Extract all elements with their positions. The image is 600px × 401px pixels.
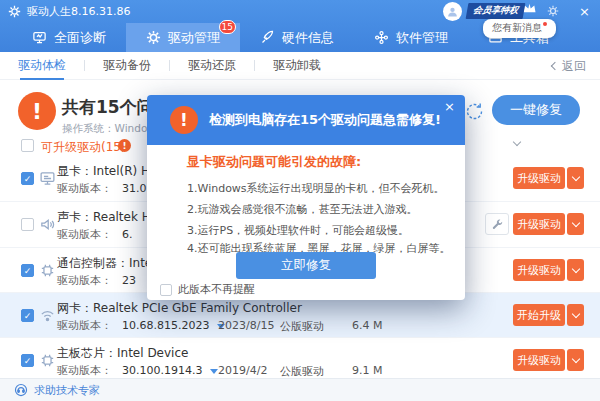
tab-driver-management[interactable]: 驱动管理 15 — [126, 23, 240, 52]
divider — [254, 60, 255, 71]
upgrade-options-dropdown[interactable] — [567, 213, 584, 235]
subnav-driver-check[interactable]: 驱动体检 — [18, 52, 66, 80]
tab-hardware-info[interactable]: 硬件信息 — [240, 23, 354, 52]
tab-label: 全面诊断 — [54, 29, 106, 47]
section-collapse-chevron-icon[interactable] — [513, 138, 521, 146]
gear-icon — [146, 30, 161, 45]
summary-os-line: 操作系统：Window — [62, 122, 156, 136]
dialog-header: ! 检测到电脑存在15个驱动问题急需修复! × — [147, 95, 465, 145]
row-checkbox[interactable]: ✓ — [21, 354, 34, 367]
chevron-left-icon — [551, 62, 559, 70]
settings-gear-icon[interactable] — [547, 5, 559, 17]
upgrade-options-dropdown[interactable] — [567, 259, 584, 281]
upgrade-driver-button[interactable]: 升级驱动 — [513, 349, 565, 371]
notification-dot — [543, 22, 547, 26]
driver-kind: 公版驱动 — [280, 319, 324, 334]
driver-date: 2019/4/2 — [218, 364, 267, 377]
rocket-icon — [260, 30, 275, 45]
section-label: 可升级驱动(15) — [41, 139, 126, 156]
chip-icon — [39, 352, 56, 369]
headset-icon — [14, 383, 28, 397]
monitor-icon — [32, 30, 47, 45]
repair-wrench-button[interactable] — [485, 213, 509, 235]
app-logo-gear-icon — [8, 5, 21, 18]
start-upgrade-button[interactable]: 开始升级 — [513, 304, 565, 326]
dialog-line: 2.玩游戏会感觉很不流畅，甚至无法进入游戏。 — [187, 202, 418, 217]
dont-remind-label: 此版本不再提醒 — [178, 282, 255, 297]
subnav: 驱动体检 驱动备份 驱动还原 驱动卸载 返回 — [0, 52, 600, 80]
display-icon — [39, 170, 56, 187]
driver-size: 6.4 M — [352, 319, 382, 332]
row-checkbox[interactable]: ✓ — [21, 264, 34, 277]
upgrade-options-dropdown[interactable] — [567, 349, 584, 371]
row-checkbox[interactable] — [21, 218, 34, 231]
driver-row-chipset[interactable]: ✓ 主板芯片：Intel Device 驱动版本：30.100.1914.3 2… — [0, 338, 600, 380]
upgrade-driver-button[interactable]: 升级驱动 — [513, 213, 565, 235]
dialog-line: 1.Windows系统运行出现明显的卡机，但不会死机。 — [187, 181, 445, 196]
dont-remind-checkbox[interactable] — [160, 284, 172, 296]
footer: 求助技术专家 — [0, 378, 600, 401]
dont-remind-row[interactable]: 此版本不再提醒 — [160, 282, 255, 297]
speaker-icon — [39, 216, 56, 233]
new-message-tooltip[interactable]: 您有新消息 — [483, 19, 556, 38]
chevron-down-icon — [571, 218, 579, 226]
repair-now-button[interactable]: 立即修复 — [236, 252, 376, 279]
dialog-warning-icon: ! — [170, 106, 198, 134]
dialog-close-button[interactable]: × — [444, 99, 455, 114]
upgrade-driver-button[interactable]: 升级驱动 — [513, 259, 565, 281]
chip-icon — [39, 262, 56, 279]
chevron-down-icon — [571, 172, 579, 180]
network-icon — [39, 307, 56, 324]
chevron-down-icon — [571, 309, 579, 317]
subnav-driver-restore[interactable]: 驱动还原 — [188, 52, 236, 80]
driver-date: 2023/8/15 — [218, 319, 274, 332]
apps-icon — [374, 30, 389, 45]
divider — [84, 60, 85, 71]
chevron-down-icon — [571, 264, 579, 272]
subnav-driver-uninstall[interactable]: 驱动卸载 — [273, 52, 321, 80]
one-click-repair-button[interactable]: 一键修复 — [492, 95, 580, 125]
row-checkbox[interactable]: ✓ — [21, 309, 34, 322]
upgrade-options-dropdown[interactable] — [567, 167, 584, 189]
tab-full-diagnosis[interactable]: 全面诊断 — [12, 23, 126, 52]
section-checkbox[interactable] — [21, 139, 34, 152]
rescan-refresh-icon[interactable] — [464, 101, 485, 122]
driver-problem-badge: 15 — [219, 20, 236, 34]
dialog-header-text: 检测到电脑存在15个驱动问题急需修复! — [209, 111, 441, 129]
tab-label: 软件管理 — [396, 29, 448, 47]
upgrade-driver-button[interactable]: 升级驱动 — [513, 167, 565, 189]
row-checkbox[interactable]: ✓ — [21, 172, 34, 185]
summary-title: 共有15个问 — [62, 96, 154, 119]
tab-software-management[interactable]: 软件管理 — [354, 23, 468, 52]
dialog-line: 3.运行PS，视频处理软件时，可能会超级慢。 — [187, 223, 409, 238]
subnav-driver-backup[interactable]: 驱动备份 — [103, 52, 151, 80]
driver-size: 9.1 M — [352, 364, 382, 377]
upgrade-options-dropdown[interactable] — [567, 304, 584, 326]
summary-warning-icon: ! — [18, 92, 56, 130]
repair-warning-dialog: ! 检测到电脑存在15个驱动问题急需修复! × 显卡驱动问题可能引发的故障: 1… — [147, 95, 465, 300]
tab-label: 驱动管理 — [168, 29, 220, 47]
driver-kind: 公版驱动 — [280, 364, 324, 379]
chevron-down-icon — [571, 354, 579, 362]
divider — [169, 60, 170, 71]
user-avatar[interactable] — [443, 2, 462, 21]
dialog-title: 显卡驱动问题可能引发的故障: — [187, 153, 361, 171]
tab-label: 硬件信息 — [282, 29, 334, 47]
member-badge[interactable]: 会员享特权 — [466, 3, 526, 19]
ask-expert-link[interactable]: 求助技术专家 — [34, 383, 100, 398]
section-warning-icon: ! — [118, 139, 131, 152]
back-button[interactable]: 返回 — [552, 52, 586, 80]
window-close-button[interactable]: × — [579, 5, 590, 18]
app-title: 驱动人生8.16.31.86 — [27, 4, 130, 19]
